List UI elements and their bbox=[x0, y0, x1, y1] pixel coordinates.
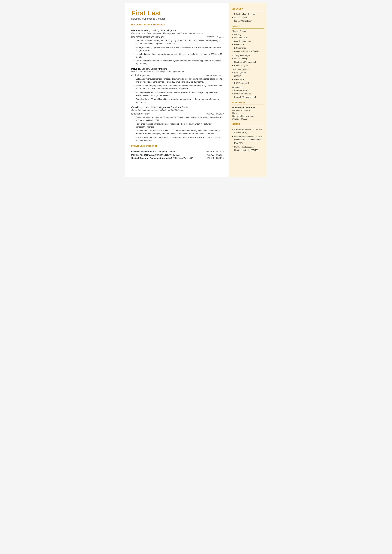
skill-item: Healthcare bbox=[232, 43, 264, 46]
company-subtitle-2: NYSE-listed recruitment and employer bra… bbox=[131, 70, 224, 73]
bullet-item: Maintained a 91% success rate with E.C.G… bbox=[133, 129, 224, 135]
other-item-0: Certified Professional in Patient Safety… bbox=[232, 128, 264, 134]
edu-school-name: University of New York bbox=[232, 106, 264, 109]
prev-exp-item-0: Clinical Coordinator, ABC Company, Londo… bbox=[131, 150, 224, 153]
contact-list: Bristol, United Kingdom +44 123456789 fi… bbox=[232, 13, 264, 23]
job-bullets-3-0: Served as a rescue nurse for 72 hours at… bbox=[131, 116, 224, 142]
right-column: CONTACT Bristol, United Kingdom +44 1234… bbox=[229, 3, 267, 177]
other-text-2: Certified Professional in Healthcare Qua… bbox=[234, 146, 259, 151]
prev-exp-item-2: Clinical Research Associate (Internship)… bbox=[131, 157, 224, 159]
skills-languages-list: English (Native) Romanian (Native) Spani… bbox=[232, 89, 264, 99]
prev-exp-dates-1: 06/2016 – 05/2017 bbox=[206, 154, 224, 156]
job-title-3-0: Emergency Nurse bbox=[131, 112, 150, 115]
job-dates-1-0: 08/2021 – Present bbox=[207, 36, 224, 38]
skills-cat-technical: Technical Skills: bbox=[232, 30, 264, 32]
company-subtitle-1: Education technology startup with 50+ em… bbox=[131, 32, 224, 35]
job-header-1-0: Healthcare Operations Manager 08/2021 – … bbox=[131, 36, 224, 38]
prev-exp-label-0: Clinical Coordinator, ABC Company, Londo… bbox=[131, 150, 179, 153]
bullet-item: Administered 1.1K care instructions to p… bbox=[133, 136, 224, 142]
job-header-2-0: Clinical Supervisor 09/2019 – 07/2021 bbox=[131, 74, 224, 77]
bullet-item: Managed the daily operations of 3 health… bbox=[133, 46, 224, 52]
contact-item-location: Bristol, United Kingdom bbox=[232, 13, 264, 16]
company-header-1: Resume Worded, London, United Kingdom bbox=[131, 29, 224, 32]
skill-item: MEDITECH bbox=[232, 78, 264, 81]
skill-item: Spanish (Conversational) bbox=[232, 96, 264, 99]
contact-heading: CONTACT bbox=[232, 8, 264, 10]
skill-item: English (Native) bbox=[232, 89, 264, 92]
job-dates-3-0: 06/2018 – 08/2019 bbox=[206, 112, 224, 115]
bullet-item: Calculated reimbursement information, do… bbox=[133, 77, 224, 84]
bullet-item: Completed over 20 monthly audits; reward… bbox=[133, 98, 224, 104]
company-name-1: Resume Worded, London, United Kingdom bbox=[131, 29, 176, 32]
skills-cat-industry: Industry Knowledge: bbox=[232, 55, 264, 57]
bullet-item: Contributed to establishing a fundraisin… bbox=[133, 39, 224, 45]
bullet-item: Led the introduction of a new scheduling… bbox=[133, 59, 224, 65]
company-header-3: Growthsi, London, United Kingdom & Barce… bbox=[131, 106, 224, 108]
other-heading: OTHER bbox=[232, 123, 264, 125]
education-heading: EDUCATION bbox=[232, 101, 264, 104]
previous-exp-heading: PREVIOUS EXPERIENCE bbox=[131, 145, 224, 147]
job-bullets-1-0: Contributed to establishing a fundraisin… bbox=[131, 39, 224, 65]
skills-tools-list: Epic Systems HCPCS MEDITECH SOAPware EMR bbox=[232, 71, 264, 84]
contact-divider bbox=[232, 11, 264, 11]
contact-item-phone: +44 123456789 bbox=[232, 16, 264, 19]
skill-item: Medical Billing bbox=[232, 57, 264, 60]
company-name-3: Growthsi, London, United Kingdom & Barce… bbox=[131, 106, 188, 108]
education-divider bbox=[232, 105, 264, 105]
skill-item: Nursing bbox=[232, 33, 264, 36]
skill-item: Case Management bbox=[232, 40, 264, 43]
bullet-item: Performed rescues on fellow nurses, incl… bbox=[133, 123, 224, 129]
prev-exp-dates-2: 07/2014 – 05/2015 bbox=[206, 157, 224, 159]
skill-item: Customer Feedback Tracking bbox=[232, 50, 264, 53]
job-bullets-2-0: Calculated reimbursement information, do… bbox=[131, 77, 224, 104]
skills-cat-tools: Tools and Software: bbox=[232, 69, 264, 71]
skills-cat-languages: Languages: bbox=[232, 86, 264, 88]
other-item-2: Certified Professional in Healthcare Qua… bbox=[232, 146, 264, 152]
company-subtitle-3: Career training and membership SaaS with… bbox=[131, 109, 224, 111]
company-header-2: Polyhire, London, United Kingdom bbox=[131, 68, 224, 70]
other-text-1: Member, National Association of Healthca… bbox=[234, 136, 263, 144]
skill-item: E-Commerce bbox=[232, 47, 264, 49]
prev-exp-item-1: Medical Assistant, XYZ Company, New York… bbox=[131, 154, 224, 156]
job-header-3-0: Emergency Nurse 06/2018 – 08/2019 bbox=[131, 112, 224, 115]
bullet-item: Served as a rescue nurse for 72 hours at… bbox=[133, 116, 224, 122]
skills-heading: SKILLS bbox=[232, 25, 264, 28]
relevant-work-heading: RELEVANT WORK EXPERIENCE bbox=[131, 23, 224, 26]
bullet-item: Accomplished the project objective of re… bbox=[133, 84, 224, 90]
other-text-0: Certified Professional in Patient Safety… bbox=[234, 128, 262, 134]
bullet-item: Maintained files on 7K active clinical t… bbox=[133, 91, 224, 97]
candidate-name: First Last bbox=[131, 9, 224, 17]
skill-item: Managed Care bbox=[232, 36, 264, 39]
skill-item: SOAPware EMR bbox=[232, 82, 264, 85]
prev-exp-label-1: Medical Assistant, XYZ Company, New York… bbox=[131, 154, 180, 156]
edu-location: New York City, New York bbox=[232, 115, 264, 118]
job-dates-2-0: 09/2019 – 07/2021 bbox=[206, 74, 224, 77]
job-title-1-0: Healthcare Operations Manager bbox=[131, 36, 164, 38]
candidate-title: Healthcare Operations Manager bbox=[131, 17, 224, 20]
contact-item-email: first.last@gmail.com bbox=[232, 20, 264, 23]
skill-item: Romanian (Native) bbox=[232, 92, 264, 95]
left-column: First Last Healthcare Operations Manager… bbox=[125, 3, 229, 177]
skill-item: HCPCS bbox=[232, 75, 264, 78]
edu-degree: Bachelor of Science bbox=[232, 109, 264, 112]
resume-container: First Last Healthcare Operations Manager… bbox=[125, 3, 267, 177]
skill-item: Epic Systems bbox=[232, 71, 264, 74]
skill-item: Revenue Cycle bbox=[232, 64, 264, 67]
job-title-2-0: Clinical Supervisor bbox=[131, 74, 150, 77]
prev-exp-label-2: Clinical Research Associate (Internship)… bbox=[131, 157, 193, 159]
edu-dates: 10/2011 - 06/2014 bbox=[232, 118, 264, 120]
skills-industry-list: Medical Billing Healthcare Management Re… bbox=[232, 57, 264, 67]
company-name-2: Polyhire, London, United Kingdom bbox=[131, 68, 167, 70]
relevant-work-divider bbox=[131, 27, 224, 27]
other-item-1: Member, National Association of Healthca… bbox=[232, 135, 264, 145]
skill-item: Healthcare Management bbox=[232, 61, 264, 64]
bullet-item: Launched an employee recognition program… bbox=[133, 53, 224, 59]
edu-field: Nursing bbox=[232, 112, 264, 115]
skills-technical-list: Nursing Managed Care Case Management Hea… bbox=[232, 33, 264, 53]
prev-exp-dates-0: 06/2017 – 05/2018 bbox=[206, 150, 224, 153]
